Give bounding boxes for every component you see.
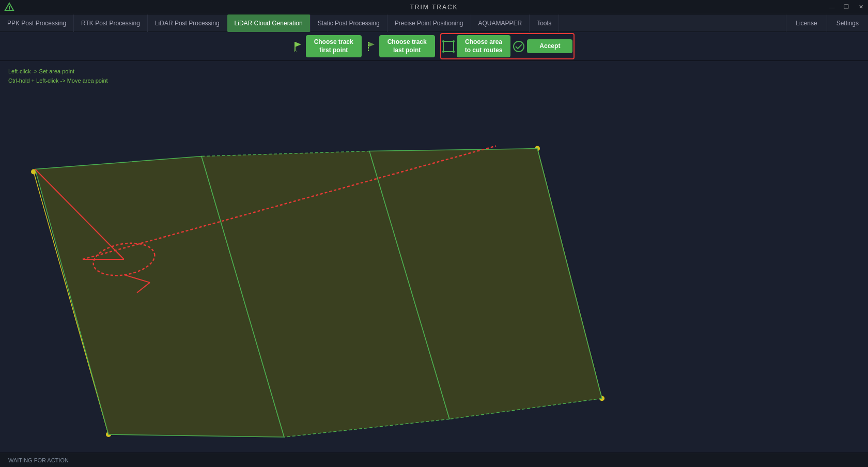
svg-marker-7 (368, 42, 375, 47)
menubar: PPK Post Processing RTK Post Processing … (0, 14, 868, 32)
canvas-area[interactable]: Left-click -> Set area point Ctrl-hold +… (0, 61, 868, 453)
flag-last-icon (367, 41, 376, 52)
app-icon (4, 2, 14, 12)
tab-lidar[interactable]: LiDAR Post Processing (148, 14, 227, 32)
select-area-icon (442, 40, 455, 53)
tab-ppp[interactable]: Precise Point Positioning (388, 14, 471, 32)
track-first-point-group: Choose trackfirst point (293, 35, 362, 57)
tab-aqua[interactable]: AQUAMAPPER (471, 14, 530, 32)
hint-line1: Left-click -> Set area point (8, 67, 108, 76)
titlebar: TRIM TRACK — ❐ ✕ (0, 0, 868, 14)
choose-first-point-button[interactable]: Choose trackfirst point (306, 35, 362, 57)
btn3-line2: to cut routes (465, 46, 503, 55)
close-button[interactable]: ✕ (854, 0, 868, 14)
restore-button[interactable]: ❐ (839, 0, 854, 14)
accept-button[interactable]: Accept (527, 39, 572, 54)
hint-text: Left-click -> Set area point Ctrl-hold +… (8, 67, 108, 85)
toolbar: Choose trackfirst point Choose tracklast… (0, 32, 868, 61)
tab-tools[interactable]: Tools (530, 14, 559, 32)
svg-rect-8 (443, 41, 454, 52)
svg-point-2 (9, 9, 10, 10)
license-button[interactable]: License (786, 14, 826, 32)
menu-right: License Settings (786, 14, 868, 32)
track-last-point-group: Choose tracklast point (367, 35, 435, 57)
flag-first-icon (293, 41, 303, 52)
settings-button[interactable]: Settings (827, 14, 868, 32)
choose-last-point-button[interactable]: Choose tracklast point (379, 35, 435, 57)
hint-line2: Ctrl-hold + Left-click -> Move area poin… (8, 76, 108, 86)
svg-point-13 (514, 41, 524, 52)
btn3-line1: Choose area (465, 38, 503, 46)
status-text: WAITING FOR ACTION (8, 457, 69, 463)
cut-routes-group-active: Choose area to cut routes Accept (440, 33, 575, 59)
btn4-line1: Accept (539, 42, 560, 51)
svg-point-12 (453, 51, 455, 53)
svg-point-11 (442, 51, 444, 53)
choose-area-button[interactable]: Choose area to cut routes (457, 35, 511, 57)
app-title: TRIM TRACK (410, 4, 458, 11)
svg-point-10 (453, 40, 455, 42)
tab-rtk[interactable]: RTK Post Processing (74, 14, 148, 32)
tab-static[interactable]: Static Post Processing (311, 14, 388, 32)
minimize-button[interactable]: — (825, 0, 839, 14)
tab-ppk[interactable]: PPK Post Processing (0, 14, 74, 32)
svg-marker-4 (295, 42, 301, 47)
window-controls: — ❐ ✕ (825, 0, 868, 14)
checkmark-icon (513, 40, 525, 53)
map-canvas[interactable] (0, 61, 868, 453)
tab-lidarcloud[interactable]: LiDAR Cloud Generation (227, 14, 311, 32)
svg-point-9 (442, 40, 444, 42)
statusbar: WAITING FOR ACTION (0, 453, 868, 467)
